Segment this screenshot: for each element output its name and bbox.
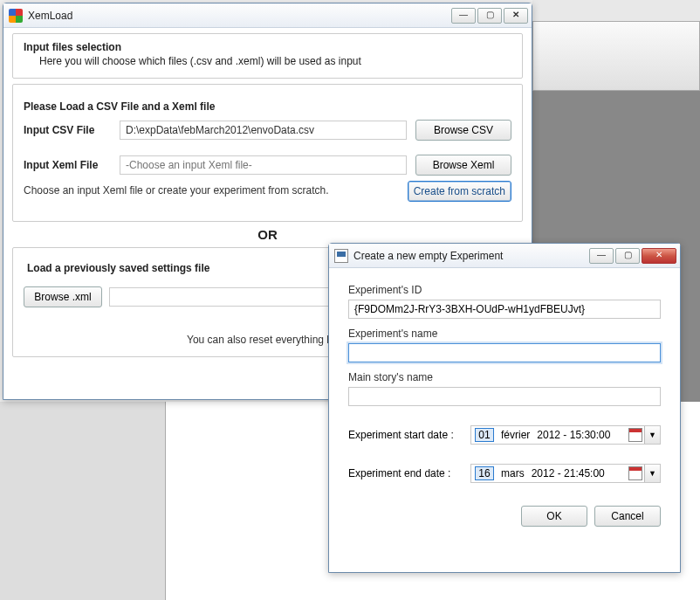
intro-group: Input files selection Here you will choo… [12, 33, 523, 79]
start-day[interactable]: 01 [475, 428, 494, 442]
end-day[interactable]: 16 [475, 466, 494, 480]
end-month: mars [501, 467, 525, 479]
modal-minimize-button[interactable]: — [589, 248, 614, 264]
titlebar[interactable]: XemLoad — ▢ ✕ [3, 3, 532, 28]
xeml-label: Input Xeml File [24, 159, 120, 171]
chevron-down-icon[interactable]: ▼ [644, 465, 660, 482]
csv-label: Input CSV File [24, 124, 120, 136]
chevron-down-icon[interactable]: ▼ [644, 426, 660, 444]
intro-subtitle: Here you will choose which files (.csv a… [39, 55, 511, 67]
end-date-picker[interactable]: 16 mars 2012 - 21:45:00 ▼ [470, 464, 661, 483]
ok-button[interactable]: OK [521, 506, 587, 527]
create-from-scratch-button[interactable]: Create from scratch [408, 181, 511, 202]
csv-input[interactable] [120, 121, 407, 140]
browse-xml-button[interactable]: Browse .xml [24, 286, 102, 307]
cancel-button[interactable]: Cancel [594, 506, 661, 527]
browse-csv-button[interactable]: Browse CSV [415, 120, 511, 141]
app-icon [9, 9, 23, 23]
browse-xeml-button[interactable]: Browse Xeml [415, 155, 511, 176]
modal-close-button[interactable]: ✕ [642, 248, 676, 264]
load-section-head: Please Load a CSV File and a Xeml file [24, 100, 511, 113]
start-date-picker[interactable]: 01 février 2012 - 15:30:00 ▼ [470, 425, 661, 445]
end-date-label: Experiment end date : [348, 467, 470, 479]
maximize-button[interactable]: ▢ [477, 8, 502, 24]
modal-title: Create a new empty Experiment [353, 250, 589, 262]
experiment-name-input[interactable] [348, 343, 661, 362]
or-divider: OR [12, 227, 523, 242]
end-rest: 2012 - 21:45:00 [532, 467, 605, 479]
create-experiment-dialog: Create a new empty Experiment — ▢ ✕ Expe… [328, 243, 681, 573]
modal-titlebar[interactable]: Create a new empty Experiment — ▢ ✕ [329, 244, 680, 268]
story-name-input[interactable] [348, 387, 661, 406]
calendar-icon[interactable] [628, 466, 642, 480]
modal-maximize-button[interactable]: ▢ [615, 248, 640, 264]
start-month: février [501, 429, 530, 441]
calendar-icon[interactable] [628, 428, 642, 442]
close-button[interactable]: ✕ [504, 8, 528, 24]
experiment-id-label: Experiment's ID [348, 284, 661, 296]
xeml-hint: Choose an input Xeml file or create your… [24, 184, 399, 197]
xeml-input[interactable] [120, 155, 407, 175]
window-title: XemLoad [28, 10, 451, 22]
experiment-id-input[interactable] [348, 300, 661, 319]
intro-title: Input files selection [24, 41, 511, 53]
minimize-button[interactable]: — [451, 8, 476, 24]
experiment-name-label: Experiment's name [348, 328, 661, 340]
form-icon [334, 249, 348, 263]
start-rest: 2012 - 15:30:00 [537, 429, 610, 441]
story-name-label: Main story's name [348, 371, 661, 383]
load-group: Please Load a CSV File and a Xeml file I… [12, 84, 523, 222]
start-date-label: Experiment start date : [348, 429, 470, 441]
